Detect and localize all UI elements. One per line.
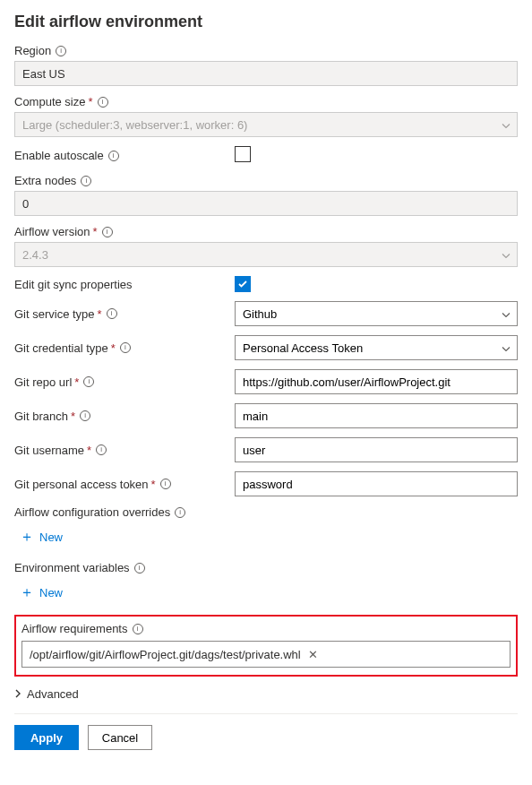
new-label: New [39, 531, 63, 544]
git-pat-label: Git personal access token [14, 478, 149, 491]
info-icon[interactable]: i [83, 376, 94, 387]
cancel-button[interactable]: Cancel [88, 725, 152, 750]
required-marker: * [74, 375, 79, 389]
git-branch-input[interactable] [235, 403, 518, 428]
airflow-version-field: Airflow version * i [14, 225, 518, 267]
info-icon[interactable]: i [96, 444, 107, 455]
info-icon[interactable]: i [160, 479, 171, 489]
required-marker: * [93, 225, 98, 238]
enable-autoscale-checkbox[interactable] [235, 146, 251, 162]
git-branch-label: Git branch [14, 410, 68, 423]
git-credential-type-field: Git credential type * i [14, 335, 518, 360]
extra-nodes-label: Extra nodes [14, 174, 76, 187]
compute-size-select [14, 112, 518, 137]
requirements-value: /opt/airflow/git/AirflowProject.git/dags… [30, 648, 301, 661]
git-pat-input[interactable] [235, 471, 518, 496]
git-service-type-select[interactable] [235, 301, 518, 326]
remove-tag-icon[interactable]: ✕ [308, 648, 318, 661]
region-input[interactable] [14, 61, 518, 86]
git-service-type-label: Git service type [14, 307, 95, 321]
page-title: Edit airflow environment [14, 13, 518, 31]
edit-git-sync-field: Edit git sync properties [14, 276, 518, 292]
git-repo-url-field: Git repo url * i [14, 369, 518, 394]
footer: Apply Cancel [14, 713, 518, 750]
env-vars-section: Environment variables i [14, 561, 518, 574]
edit-git-sync-label: Edit git sync properties [14, 278, 133, 291]
git-username-label: Git username [14, 444, 84, 457]
plus-icon: ＋ [20, 583, 34, 602]
compute-size-field: Compute size * i [14, 95, 518, 137]
info-icon[interactable]: i [133, 624, 143, 634]
new-label: New [39, 586, 63, 600]
info-icon[interactable]: i [80, 410, 90, 421]
config-overrides-new-button[interactable]: ＋ New [14, 524, 518, 556]
requirements-input[interactable]: /opt/airflow/git/AirflowProject.git/dags… [21, 641, 511, 668]
apply-button[interactable]: Apply [14, 725, 79, 750]
config-overrides-label: Airflow configuration overrides [14, 505, 170, 519]
info-icon[interactable]: i [98, 97, 108, 108]
required-marker: * [88, 95, 92, 108]
git-branch-field: Git branch * i [14, 403, 518, 428]
enable-autoscale-field: Enable autoscale i [14, 146, 518, 165]
env-vars-new-button[interactable]: ＋ New [14, 580, 518, 611]
git-credential-type-label: Git credential type [14, 341, 108, 355]
git-pat-field: Git personal access token * i [14, 471, 518, 496]
git-username-input[interactable] [235, 437, 518, 462]
region-label: Region [14, 44, 51, 57]
git-service-type-field: Git service type * i [14, 301, 518, 326]
info-icon[interactable]: i [56, 46, 66, 56]
info-icon[interactable]: i [107, 308, 117, 319]
required-marker: * [87, 444, 91, 457]
git-username-field: Git username * i [14, 437, 518, 462]
extra-nodes-input[interactable] [14, 191, 518, 216]
git-repo-url-input[interactable] [235, 369, 518, 394]
info-icon[interactable]: i [102, 227, 113, 237]
enable-autoscale-label: Enable autoscale [14, 149, 104, 162]
info-icon[interactable]: i [175, 507, 185, 518]
info-icon[interactable]: i [108, 151, 119, 161]
airflow-version-label: Airflow version [14, 225, 90, 238]
advanced-label: Advanced [27, 687, 79, 701]
extra-nodes-field: Extra nodes i [14, 174, 518, 216]
info-icon[interactable]: i [134, 563, 145, 574]
plus-icon: ＋ [20, 528, 34, 547]
env-vars-label: Environment variables [14, 561, 130, 574]
region-field: Region i [14, 44, 518, 86]
config-overrides-section: Airflow configuration overrides i [14, 505, 518, 519]
airflow-requirements-highlight: Airflow requirements i /opt/airflow/git/… [14, 615, 518, 677]
airflow-version-select [14, 242, 518, 267]
git-credential-type-select[interactable] [235, 335, 518, 360]
compute-size-label: Compute size [14, 95, 85, 108]
required-marker: * [98, 307, 102, 321]
required-marker: * [71, 410, 75, 423]
info-icon[interactable]: i [120, 342, 131, 353]
info-icon[interactable]: i [81, 176, 91, 186]
edit-git-sync-checkbox[interactable] [235, 276, 251, 292]
required-marker: * [151, 478, 156, 491]
chevron-right-icon [14, 687, 21, 701]
required-marker: * [111, 341, 116, 355]
git-repo-url-label: Git repo url [14, 375, 72, 389]
advanced-toggle[interactable]: Advanced [14, 687, 518, 701]
requirements-label: Airflow requirements [21, 622, 128, 635]
